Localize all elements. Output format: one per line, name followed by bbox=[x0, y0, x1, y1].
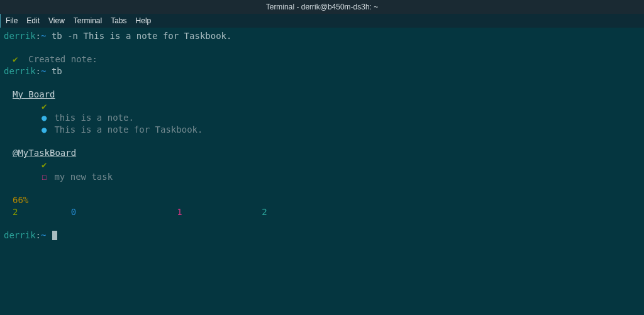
bullet-icon: ● bbox=[42, 112, 47, 124]
task-row: ☐ my new task bbox=[4, 171, 640, 183]
command-text: tb bbox=[52, 66, 62, 76]
terminal-body[interactable]: derrik:~ tb -n This is a note for Taskbo… bbox=[0, 28, 644, 245]
check-icon: ✔ bbox=[42, 101, 47, 111]
board-header: @MyTaskBoard bbox=[4, 147, 640, 159]
prompt-sep: : bbox=[36, 66, 41, 76]
board-check-line: ✔ bbox=[4, 159, 640, 171]
progress-line: 66% bbox=[4, 194, 640, 206]
board-check-line: ✔ bbox=[4, 101, 640, 113]
note-text: this is a note. bbox=[54, 112, 133, 124]
note-text: This is a note for Taskbook. bbox=[54, 124, 203, 136]
menu-tabs[interactable]: Tabs bbox=[111, 16, 126, 25]
menu-bar: File Edit View Terminal Tabs Help bbox=[0, 14, 644, 28]
menu-file[interactable]: File bbox=[6, 16, 18, 25]
menu-help[interactable]: Help bbox=[136, 16, 152, 25]
check-icon: ✔ bbox=[13, 54, 18, 64]
menu-edit[interactable]: Edit bbox=[26, 16, 40, 25]
prompt-sep: : bbox=[36, 31, 41, 41]
created-note-text: Created note: bbox=[28, 54, 97, 64]
stats-line: 2 0 1 2 bbox=[4, 206, 640, 218]
menu-view[interactable]: View bbox=[48, 16, 65, 25]
prompt-user: derrik bbox=[4, 230, 36, 240]
note-row: ● This is a note for Taskbook. bbox=[4, 124, 640, 136]
stat-in-progress: 1 bbox=[177, 207, 182, 217]
prompt-sep: : bbox=[36, 230, 41, 240]
prompt-line: derrik:~ tb bbox=[4, 65, 640, 77]
cursor bbox=[52, 231, 57, 240]
checkbox-icon: ☐ bbox=[42, 171, 47, 183]
menu-terminal[interactable]: Terminal bbox=[74, 16, 102, 25]
task-text: my new task bbox=[54, 171, 113, 183]
prompt-end bbox=[46, 31, 51, 41]
stat-pending: 0 bbox=[71, 207, 76, 217]
prompt-line: derrik:~ bbox=[4, 229, 640, 241]
board-title: My Board bbox=[13, 89, 55, 99]
stat-notes: 2 bbox=[262, 207, 267, 217]
board-title: @MyTaskBoard bbox=[13, 148, 76, 158]
percent-text: 66% bbox=[13, 195, 28, 205]
prompt-line: derrik:~ tb -n This is a note for Taskbo… bbox=[4, 30, 640, 42]
prompt-user: derrik bbox=[4, 31, 36, 41]
board-header: My Board bbox=[4, 89, 640, 101]
note-row: ● this is a note. bbox=[4, 112, 640, 124]
command-text: tb -n This is a note for Taskbook. bbox=[52, 31, 232, 41]
prompt-end bbox=[46, 66, 51, 76]
check-icon: ✔ bbox=[42, 160, 47, 170]
output-line: ✔ Created note: bbox=[4, 53, 640, 65]
stat-done: 2 bbox=[13, 207, 18, 217]
window-titlebar: Terminal - derrik@b450m-ds3h: ~ bbox=[0, 0, 644, 14]
prompt-end bbox=[46, 230, 51, 240]
bullet-icon: ● bbox=[42, 124, 47, 136]
window-title: Terminal - derrik@b450m-ds3h: ~ bbox=[266, 3, 379, 11]
prompt-user: derrik bbox=[4, 66, 36, 76]
